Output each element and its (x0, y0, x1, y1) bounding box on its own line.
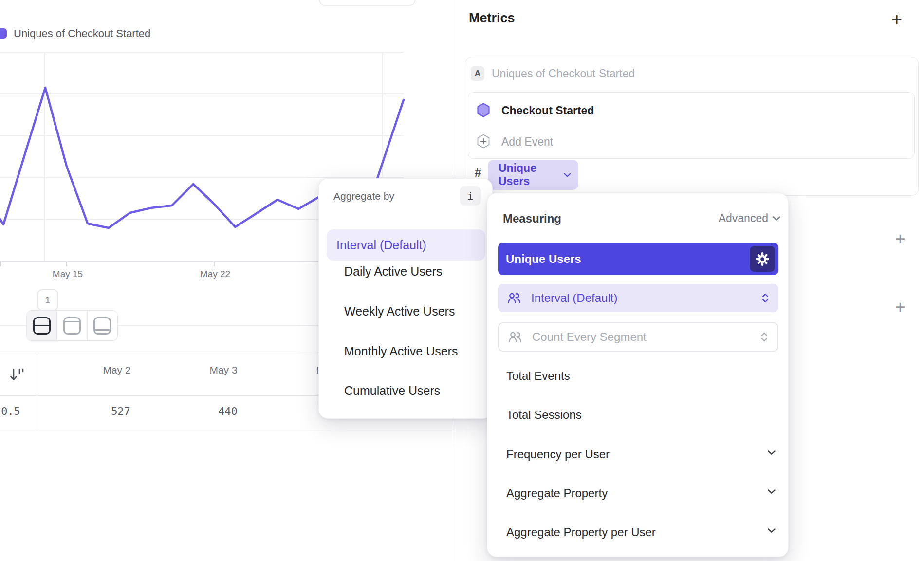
option-unique-users-selected[interactable]: Unique Users (498, 243, 778, 275)
menu-item-cumulative-users[interactable]: Cumulative Users (344, 378, 440, 403)
layout-header-top-button[interactable] (56, 311, 87, 340)
add-metric-button[interactable]: + (887, 10, 906, 29)
menu-item-daily-active-users[interactable]: Daily Active Users (344, 259, 442, 283)
option-label: Unique Users (506, 252, 581, 266)
table-cell: 527 (82, 405, 160, 417)
info-button[interactable]: i (460, 186, 481, 206)
table-column-border (37, 354, 37, 430)
measuring-title: Measuring (503, 212, 561, 225)
split-bottom-icon (93, 317, 111, 335)
measure-type-icon: # (475, 166, 481, 180)
aggregate-by-title: Aggregate by (333, 190, 394, 202)
advanced-mode-toggle[interactable]: Advanced (719, 212, 780, 225)
metric-name-field[interactable]: Uniques of Checkout Started (492, 67, 635, 80)
table-cell: 440 (189, 405, 267, 417)
aggregate-by-popover: Aggregate by i Interval (Default) Daily … (318, 178, 493, 419)
add-event-hexagon-icon (477, 134, 490, 149)
event-row[interactable]: Checkout Started (501, 104, 594, 117)
option-label: Count Every Segment (532, 330, 647, 344)
measuring-popover: Measuring Advanced Unique Users (487, 193, 789, 557)
unfold-icon (761, 332, 768, 342)
chevron-down-icon (773, 216, 780, 221)
option-interval-default[interactable]: Interval (Default) (498, 284, 778, 312)
x-tick-label: May 22 (200, 269, 230, 280)
chevron-down-icon (768, 489, 776, 494)
option-aggregate-property[interactable]: Aggregate Property (506, 481, 608, 505)
metric-letter-badge: A (471, 66, 484, 81)
layout-split-rows-button[interactable] (27, 311, 56, 340)
option-frequency-per-user[interactable]: Frequency per User (506, 442, 610, 467)
measurement-chip[interactable]: Unique Users (488, 160, 578, 190)
chevron-down-icon (564, 173, 571, 177)
split-rows-icon (33, 317, 51, 335)
metrics-panel-title: Metrics (469, 11, 515, 26)
toolbar-partial-button[interactable] (319, 0, 416, 6)
table-header-cell[interactable]: May 2 (78, 364, 156, 376)
table-cell: 0.5 (0, 405, 50, 417)
layout-footer-bottom-button[interactable] (87, 311, 117, 340)
add-row-button[interactable]: + (890, 229, 910, 249)
add-row-button[interactable]: + (890, 298, 910, 317)
add-event-button[interactable]: Add Event (501, 135, 553, 149)
pagination-badge[interactable]: 1 (37, 289, 58, 311)
menu-item-weekly-active-users[interactable]: Weekly Active Users (344, 299, 455, 323)
settings-button[interactable] (750, 246, 775, 272)
option-total-events[interactable]: Total Events (506, 364, 570, 388)
option-label: Interval (Default) (531, 291, 617, 305)
layout-toggle-group (26, 310, 118, 341)
advanced-label: Advanced (719, 212, 768, 225)
event-card (468, 92, 915, 159)
users-icon (509, 332, 521, 342)
unfold-icon (762, 293, 769, 303)
table-header-cell[interactable]: May 3 (185, 364, 262, 376)
table-sort-header[interactable] (5, 362, 30, 388)
table-row-border (0, 430, 455, 430)
split-top-icon (63, 317, 81, 335)
x-tick-label: May 15 (53, 269, 83, 280)
menu-item-monthly-active-users[interactable]: Monthly Active Users (344, 339, 458, 363)
gear-icon (755, 252, 770, 266)
option-aggregate-property-per-user[interactable]: Aggregate Property per User (506, 520, 656, 544)
option-count-every-segment[interactable]: Count Every Segment (498, 322, 778, 352)
event-hexagon-icon (477, 103, 490, 117)
menu-item-interval-default-selected[interactable]: Interval (Default) (327, 229, 485, 261)
measurement-chip-label: Unique Users (499, 162, 564, 188)
option-total-sessions[interactable]: Total Sessions (506, 403, 582, 427)
chevron-down-icon (768, 450, 776, 455)
chevron-down-icon (768, 528, 776, 533)
sort-descending-icon (9, 367, 26, 383)
users-icon (508, 293, 520, 303)
